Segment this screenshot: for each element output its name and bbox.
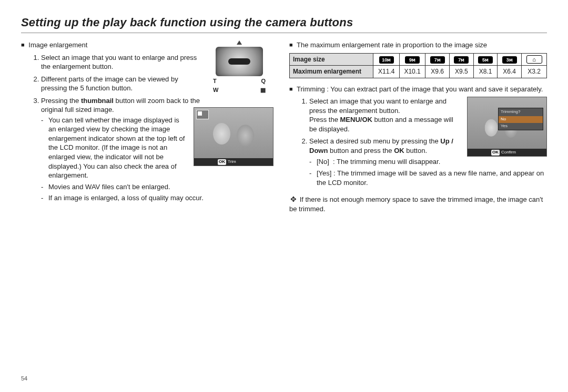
zoom-label-W: W — [213, 86, 218, 94]
right-heading: ■ The maximum enlargement rate in propor… — [289, 40, 547, 50]
right-column: ■ The maximum enlargement rate in propor… — [289, 40, 547, 220]
manual-page: Setting up the play back function using … — [0, 0, 568, 392]
val-1: X10.1 — [399, 66, 425, 78]
step-3: Pressing the thumbnail button will zoom … — [41, 96, 273, 203]
trim-options-list: [No] : The trimming menu will disappear.… — [309, 157, 547, 187]
enlargement-table: Image size 10ᴍ 9ᴍ 7ᴍ 7ᴍ 5ᴍ 3ᴍ ⌂ Maximum … — [289, 53, 547, 78]
size-chip-1m: ⌂ — [526, 55, 542, 64]
lcd-preview-trimming: Trimming? No Yes OK Confirm — [467, 97, 547, 157]
trimming-dialog: Trimming? No Yes — [498, 108, 543, 130]
note-indicator: You can tell whether the image displayed… — [41, 116, 273, 180]
left-heading-text: Image enlargement — [28, 41, 87, 49]
size-chip-10m: 10ᴍ — [379, 56, 394, 64]
page-number: 54 — [21, 375, 27, 381]
size-chip-5m: 5ᴍ — [478, 56, 493, 64]
val-5: X6.4 — [498, 66, 522, 78]
th-max-enlarge: Maximum enlargement — [290, 66, 373, 78]
th-image-size: Image size — [290, 53, 373, 66]
zoom-label-magnify-icon: Q — [261, 77, 266, 85]
title-rule — [21, 33, 547, 33]
trimming-heading: ■ Trimming : You can extract part of the… — [289, 85, 547, 94]
right-heading-text: The maximum enlargement rate in proporti… — [297, 41, 487, 49]
size-chip-3m: 3ᴍ — [502, 56, 517, 64]
enlargement-notes: You can tell whether the image displayed… — [41, 116, 273, 203]
zoom-labels-bottom: W ▦ — [213, 86, 266, 94]
arrow-up-icon — [237, 40, 242, 45]
val-6: X3.2 — [522, 66, 547, 78]
trim-option-no: [No] : The trimming menu will disappear. — [309, 157, 547, 167]
trim-option-yes: [Yes] : The trimmed image will be saved … — [309, 169, 547, 187]
note-quality: If an image is enlarged, a loss of quali… — [41, 193, 273, 203]
val-0: X11.4 — [373, 66, 399, 78]
bullet-icon: ■ — [289, 85, 293, 93]
val-3: X9.5 — [449, 66, 473, 78]
zoom-label-T: T — [213, 77, 217, 85]
size-chip-7mw: 7ᴍ — [454, 56, 469, 64]
zoom-label-thumbnail-icon: ▦ — [260, 86, 266, 94]
zoom-rocker-illustration — [216, 47, 263, 76]
info-icon: ✥ — [289, 194, 298, 204]
val-4: X8.1 — [473, 66, 498, 78]
dialog-title: Trimming? — [499, 108, 543, 116]
dialog-option-yes: Yes — [499, 123, 543, 130]
memory-note: ✥ If there is not enough memory space to… — [289, 194, 547, 213]
size-chip-9m: 9ᴍ — [405, 56, 420, 64]
bullet-icon: ■ — [289, 41, 293, 49]
size-chip-7m: 7ᴍ — [430, 56, 445, 64]
bullet-icon: ■ — [21, 41, 25, 49]
zoom-labels: T Q — [213, 77, 266, 85]
lcd2-status-bar: OK Confirm — [468, 149, 546, 156]
dialog-option-no: No — [499, 116, 543, 123]
left-column: T Q W ▦ ■ Image enlargement Select an im… — [21, 40, 273, 220]
val-2: X9.6 — [425, 66, 450, 78]
two-column-layout: T Q W ▦ ■ Image enlargement Select an im… — [21, 40, 547, 220]
lcd2-bar-label: Confirm — [501, 150, 516, 156]
page-title: Setting up the play back function using … — [21, 16, 547, 29]
zoom-button-figure: T Q W ▦ — [205, 40, 273, 94]
ok-badge: OK — [491, 150, 500, 156]
note-movies: Movies and WAV files can't be enlarged. — [41, 182, 273, 192]
